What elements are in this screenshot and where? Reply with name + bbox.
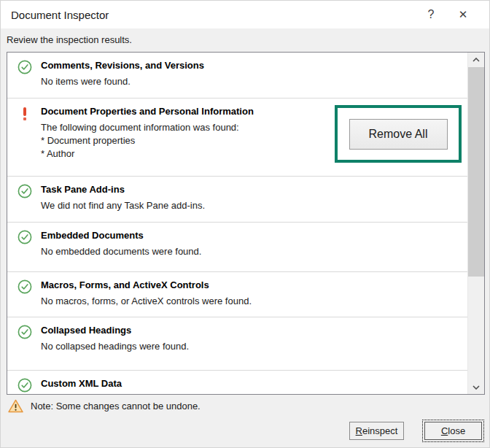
scroll-down-icon[interactable] (468, 380, 484, 394)
inspection-section: Document Properties and Personal Informa… (7, 99, 467, 177)
dialog-title: Document Inspector (11, 9, 109, 21)
section-text: Comments, Revisions, and Versions No ite… (41, 59, 467, 98)
section-text: Embedded Documents No embedded documents… (41, 229, 467, 271)
reinspect-button[interactable]: Reinspect (349, 422, 404, 440)
vertical-scrollbar[interactable] (467, 53, 484, 394)
section-icon-column (18, 279, 32, 317)
close-button-focus-ring: Close (422, 420, 484, 442)
inspection-section: Macros, Forms, and ActiveX Controls No m… (7, 272, 467, 317)
section-detail-line: We did not find any Task Pane add-ins. (41, 199, 467, 212)
section-title: Embedded Documents (41, 229, 467, 242)
check-circle-icon (18, 325, 32, 339)
section-title: Comments, Revisions, and Versions (41, 59, 467, 72)
inspection-section: Comments, Revisions, and Versions No ite… (7, 53, 467, 99)
inspection-sections: Comments, Revisions, and Versions No ite… (7, 53, 467, 394)
scrollbar-thumb[interactable] (468, 67, 484, 277)
check-circle-icon (18, 184, 32, 198)
section-icon-column (18, 229, 32, 271)
section-text: Macros, Forms, and ActiveX Controls No m… (41, 279, 467, 317)
section-detail-line: No collapsed headings were found. (41, 340, 467, 353)
section-icon-column (18, 377, 32, 394)
section-lines: No macros, forms, or ActiveX controls we… (41, 295, 467, 308)
inspection-section: Collapsed Headings No collapsed headings… (7, 317, 467, 371)
dialog-subtitle: Review the inspection results. (1, 28, 489, 50)
check-circle-icon (18, 279, 32, 294)
section-lines: We did not find any Task Pane add-ins. (41, 199, 467, 212)
inspection-section: Custom XML Data (7, 371, 467, 394)
help-icon[interactable]: ? (415, 1, 447, 28)
section-detail-line: No items were found. (41, 75, 467, 88)
titlebar: Document Inspector ? ✕ (1, 1, 489, 28)
section-icon-column (18, 183, 32, 222)
note-text: Note: Some changes cannot be undone. (31, 401, 201, 412)
section-lines: No items were found. (41, 75, 467, 88)
section-title: Collapsed Headings (41, 324, 467, 337)
inspection-section: Embedded Documents No embedded documents… (7, 223, 467, 272)
section-title: Custom XML Data (41, 377, 467, 390)
section-title: Macros, Forms, and ActiveX Controls (41, 279, 467, 292)
section-lines: No collapsed headings were found. (41, 340, 467, 353)
section-icon-column (18, 324, 32, 370)
warning-icon (8, 399, 23, 413)
section-icon-column (18, 105, 32, 176)
inspection-list: Comments, Revisions, and Versions No ite… (7, 52, 485, 395)
footer-note: Note: Some changes cannot be undone. (8, 399, 201, 413)
titlebar-buttons: ? ✕ (415, 1, 479, 28)
scroll-up-icon[interactable] (468, 53, 484, 66)
section-text: Task Pane Add-ins We did not find any Ta… (41, 183, 467, 222)
document-inspector-dialog: Document Inspector ? ✕ Review the inspec… (0, 0, 490, 448)
section-text: Collapsed Headings No collapsed headings… (41, 324, 467, 370)
section-detail-line: No macros, forms, or ActiveX controls we… (41, 295, 467, 308)
section-lines: No embedded documents were found. (41, 245, 467, 258)
check-circle-icon (18, 378, 32, 393)
close-button[interactable]: Close (424, 422, 482, 440)
section-icon-column (18, 59, 32, 98)
remove-all-button[interactable]: Remove All (349, 119, 448, 150)
section-title: Task Pane Add-ins (41, 183, 467, 196)
highlight-annotation: Remove All (335, 105, 462, 163)
exclamation-icon (18, 106, 32, 176)
check-circle-icon (18, 230, 32, 244)
section-text: Custom XML Data (41, 377, 467, 394)
check-circle-icon (18, 60, 32, 74)
section-detail-line: No embedded documents were found. (41, 245, 467, 258)
close-icon[interactable]: ✕ (447, 1, 479, 28)
inspection-section: Task Pane Add-ins We did not find any Ta… (7, 177, 467, 223)
